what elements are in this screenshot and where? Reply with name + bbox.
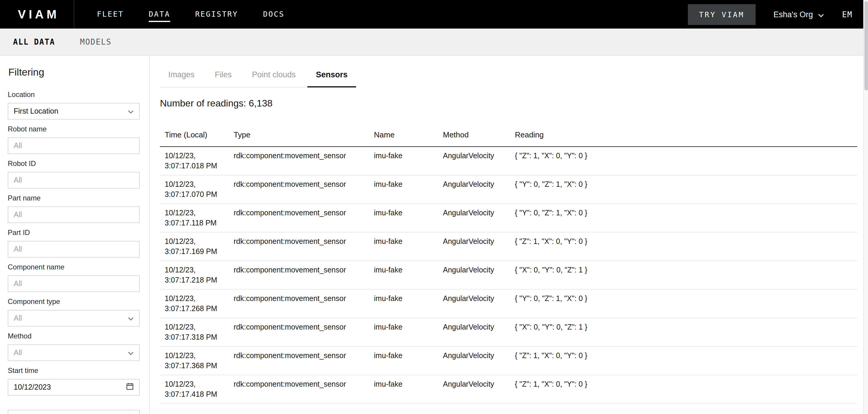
cell-name: imu-fake xyxy=(369,375,438,404)
vertical-scrollbar[interactable] xyxy=(863,0,868,414)
column-header-type: Type xyxy=(229,127,369,147)
method-select[interactable]: All xyxy=(8,345,140,361)
readings-count: Number of readings: 6,138 xyxy=(160,98,857,109)
data-type-tabs: Images Files Point clouds Sensors xyxy=(160,70,356,87)
cell-reading: { "Z": 1, "X": 0, "Y": 0 } xyxy=(510,147,857,175)
try-viam-button[interactable]: TRY VIAM xyxy=(688,4,756,25)
cell-type: rdk:component:movement_sensor xyxy=(229,147,369,175)
table-row: 10/12/23,3:07:17.070 PM rdk:component:mo… xyxy=(160,175,857,204)
cell-type: rdk:component:movement_sensor xyxy=(229,347,369,375)
cell-name: imu-fake xyxy=(369,232,438,261)
component-name-input[interactable] xyxy=(8,275,140,292)
table-header-row: Time (Local) Type Name Method Reading xyxy=(160,127,857,147)
cell-name: imu-fake xyxy=(369,204,438,232)
part-name-input[interactable] xyxy=(8,206,140,223)
column-header-method: Method xyxy=(438,127,510,147)
robot-name-input[interactable] xyxy=(8,138,140,154)
location-select[interactable]: First Location xyxy=(8,103,140,120)
cell-reading: { "X": 0, "Y": 0, "Z": 1 } xyxy=(510,261,857,289)
cell-time: 10/12/23,3:07:17.218 PM xyxy=(160,261,229,289)
method-select-value: All xyxy=(14,349,22,357)
page-content: Filtering Location First Location Robot … xyxy=(0,56,868,414)
cell-reading: { "Z": 1, "X": 0, "Y": 0 } xyxy=(510,375,857,404)
nav-link-docs[interactable]: DOCS xyxy=(263,0,284,29)
filter-label: Robot ID xyxy=(8,159,140,168)
table-row: 10/12/23,3:07:17.169 PM rdk:component:mo… xyxy=(160,232,857,261)
tab-all-data[interactable]: ALL DATA xyxy=(13,37,55,47)
cell-type: rdk:component:movement_sensor xyxy=(229,375,369,404)
cell-time: 10/12/23,3:07:17.018 PM xyxy=(160,147,229,175)
filter-part-id: Part ID xyxy=(8,229,140,258)
scrollbar-thumb[interactable] xyxy=(864,1,868,90)
table-row: 10/12/23,3:07:17.018 PM rdk:component:mo… xyxy=(160,147,857,175)
filter-label: Start time xyxy=(8,366,140,375)
cell-reading: { "X": 0, "Y": 0, "Z": 1 } xyxy=(510,318,857,347)
component-type-select[interactable]: All xyxy=(8,310,140,327)
cell-type: rdk:component:movement_sensor xyxy=(229,232,369,261)
chevron-down-icon xyxy=(128,107,134,115)
tab-point-clouds[interactable]: Point clouds xyxy=(244,70,304,87)
cell-method: AngularVelocity xyxy=(438,175,510,204)
nav-link-registry[interactable]: REGISTRY xyxy=(195,0,238,29)
org-name: Esha's Org xyxy=(773,10,813,19)
filter-label: Part name xyxy=(8,194,140,203)
nav-link-fleet[interactable]: FLEET xyxy=(97,0,124,29)
cell-method: AngularVelocity xyxy=(438,147,510,175)
nav-link-data[interactable]: DATA xyxy=(149,0,170,29)
column-header-reading: Reading xyxy=(510,127,857,147)
cell-name: imu-fake xyxy=(369,147,438,175)
top-navbar: VIAM FLEET DATA REGISTRY DOCS TRY VIAM E… xyxy=(0,0,868,29)
filter-label: Component type xyxy=(8,297,140,306)
sensor-readings-table: Time (Local) Type Name Method Reading 10… xyxy=(160,127,857,404)
column-header-time: Time (Local) xyxy=(160,127,229,147)
viam-app: VIAM FLEET DATA REGISTRY DOCS TRY VIAM E… xyxy=(0,0,868,414)
cell-reading: { "Y": 0, "Z": 1, "X": 0 } xyxy=(510,289,857,318)
cell-method: AngularVelocity xyxy=(438,375,510,404)
chevron-down-icon xyxy=(128,349,134,357)
table-row: 10/12/23,3:07:17.368 PM rdk:component:mo… xyxy=(160,347,857,375)
cell-type: rdk:component:movement_sensor xyxy=(229,261,369,289)
cell-method: AngularVelocity xyxy=(438,347,510,375)
cell-name: imu-fake xyxy=(369,289,438,318)
org-selector[interactable]: Esha's Org xyxy=(773,10,824,19)
filter-label: Part ID xyxy=(8,229,140,237)
filter-label: Method xyxy=(8,332,140,341)
part-id-input[interactable] xyxy=(8,241,140,258)
cell-time: 10/12/23,3:07:17.268 PM xyxy=(160,289,229,318)
cell-type: rdk:component:movement_sensor xyxy=(229,204,369,232)
filter-start-time: Start time 10/12/2023 03:07:00 PM xyxy=(8,366,140,414)
tab-images[interactable]: Images xyxy=(160,70,203,87)
user-avatar[interactable]: EM xyxy=(842,10,852,19)
table-row: 10/12/23,3:07:17.218 PM rdk:component:mo… xyxy=(160,261,857,289)
filter-robot-id: Robot ID xyxy=(8,159,140,188)
filter-label: Robot name xyxy=(8,125,140,134)
filter-label: Component name xyxy=(8,263,140,272)
start-time-input[interactable]: 03:07:00 PM xyxy=(8,410,140,414)
cell-method: AngularVelocity xyxy=(438,289,510,318)
sub-navbar: ALL DATA MODELS xyxy=(0,29,868,56)
table-row: 10/12/23,3:07:17.418 PM rdk:component:mo… xyxy=(160,375,857,404)
cell-reading: { "Y": 0, "Z": 1, "X": 0 } xyxy=(510,175,857,204)
cell-time: 10/12/23,3:07:17.118 PM xyxy=(160,204,229,232)
top-nav-links: FLEET DATA REGISTRY DOCS xyxy=(97,0,284,29)
cell-time: 10/12/23,3:07:17.070 PM xyxy=(160,175,229,204)
start-date-input[interactable]: 10/12/2023 xyxy=(8,379,140,395)
column-header-name: Name xyxy=(369,127,438,147)
cell-reading: { "Y": 0, "Z": 1, "X": 0 } xyxy=(510,204,857,232)
tab-sensors[interactable]: Sensors xyxy=(308,70,356,87)
cell-method: AngularVelocity xyxy=(438,261,510,289)
filter-location: Location First Location xyxy=(8,90,140,120)
tab-files[interactable]: Files xyxy=(207,70,240,87)
tab-models[interactable]: MODELS xyxy=(80,37,112,47)
cell-time: 10/12/23,3:07:17.368 PM xyxy=(160,347,229,375)
cell-type: rdk:component:movement_sensor xyxy=(229,289,369,318)
viam-logo[interactable]: VIAM xyxy=(18,7,59,21)
cell-reading: { "Z": 1, "X": 0, "Y": 0 } xyxy=(510,232,857,261)
chevron-down-icon xyxy=(128,314,134,322)
filter-method: Method All xyxy=(8,332,140,361)
table-row: 10/12/23,3:07:17.118 PM rdk:component:mo… xyxy=(160,204,857,232)
robot-id-input[interactable] xyxy=(8,172,140,188)
location-select-value: First Location xyxy=(14,107,58,115)
calendar-icon xyxy=(126,382,134,392)
cell-reading: { "Z": 1, "X": 0, "Y": 0 } xyxy=(510,347,857,375)
